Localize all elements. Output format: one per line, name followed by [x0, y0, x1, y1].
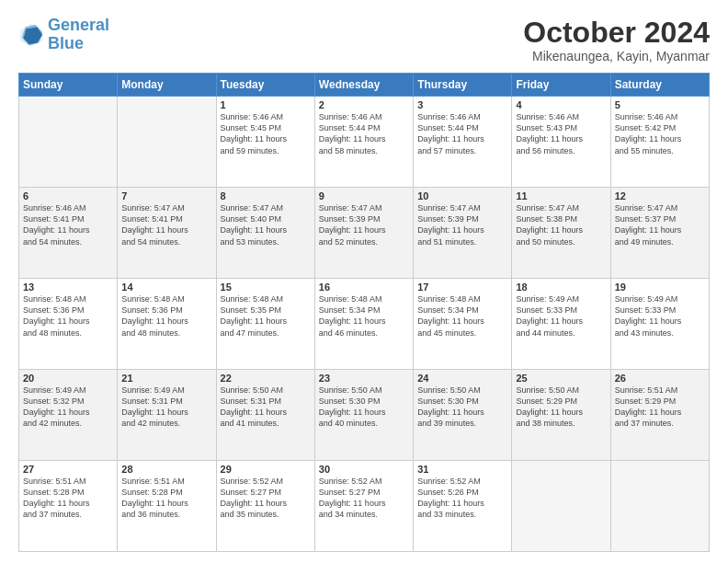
calendar-cell: 17Sunrise: 5:48 AM Sunset: 5:34 PM Dayli…: [414, 279, 512, 370]
cell-daylight-info: Sunrise: 5:50 AM Sunset: 5:29 PM Dayligh…: [516, 385, 606, 430]
cell-daylight-info: Sunrise: 5:50 AM Sunset: 5:30 PM Dayligh…: [319, 385, 409, 430]
calendar-cell: 6Sunrise: 5:46 AM Sunset: 5:41 PM Daylig…: [19, 188, 118, 279]
day-number: 4: [516, 99, 606, 110]
cell-daylight-info: Sunrise: 5:46 AM Sunset: 5:43 PM Dayligh…: [516, 111, 606, 156]
calendar-cell: [118, 97, 216, 188]
cell-daylight-info: Sunrise: 5:48 AM Sunset: 5:36 PM Dayligh…: [121, 293, 211, 339]
calendar-cell: 27Sunrise: 5:51 AM Sunset: 5:28 PM Dayli…: [19, 461, 118, 552]
day-number: 13: [23, 282, 113, 293]
day-number: 17: [417, 282, 507, 293]
cell-daylight-info: Sunrise: 5:46 AM Sunset: 5:41 PM Dayligh…: [23, 202, 113, 247]
page: General Blue October 2024 Mikenaungea, K…: [0, 0, 728, 563]
calendar-week-row: 27Sunrise: 5:51 AM Sunset: 5:28 PM Dayli…: [19, 461, 710, 552]
day-number: 18: [516, 282, 606, 293]
calendar-cell: 14Sunrise: 5:48 AM Sunset: 5:36 PM Dayli…: [118, 279, 216, 370]
cell-daylight-info: Sunrise: 5:52 AM Sunset: 5:27 PM Dayligh…: [319, 476, 409, 521]
weekday-header: Monday: [118, 74, 216, 97]
cell-daylight-info: Sunrise: 5:47 AM Sunset: 5:39 PM Dayligh…: [319, 202, 409, 247]
calendar-cell: 20Sunrise: 5:49 AM Sunset: 5:32 PM Dayli…: [19, 370, 118, 461]
calendar-cell: 22Sunrise: 5:50 AM Sunset: 5:31 PM Dayli…: [216, 370, 314, 461]
weekday-header: Wednesday: [314, 74, 413, 97]
weekday-header: Friday: [512, 74, 610, 97]
calendar-week-row: 1Sunrise: 5:46 AM Sunset: 5:45 PM Daylig…: [19, 97, 710, 188]
day-number: 6: [23, 190, 113, 201]
calendar-cell: 29Sunrise: 5:52 AM Sunset: 5:27 PM Dayli…: [216, 461, 314, 552]
day-number: 30: [319, 464, 409, 475]
day-number: 7: [121, 190, 211, 201]
cell-daylight-info: Sunrise: 5:49 AM Sunset: 5:31 PM Dayligh…: [121, 385, 211, 430]
day-number: 5: [615, 99, 705, 110]
day-number: 10: [417, 190, 507, 201]
cell-daylight-info: Sunrise: 5:50 AM Sunset: 5:31 PM Dayligh…: [221, 385, 311, 430]
cell-daylight-info: Sunrise: 5:47 AM Sunset: 5:40 PM Dayligh…: [221, 202, 311, 247]
calendar-week-row: 13Sunrise: 5:48 AM Sunset: 5:36 PM Dayli…: [19, 279, 710, 370]
cell-daylight-info: Sunrise: 5:50 AM Sunset: 5:30 PM Dayligh…: [417, 385, 507, 430]
cell-daylight-info: Sunrise: 5:48 AM Sunset: 5:35 PM Dayligh…: [221, 293, 311, 339]
day-number: 9: [319, 190, 409, 201]
cell-daylight-info: Sunrise: 5:47 AM Sunset: 5:38 PM Dayligh…: [516, 202, 606, 247]
cell-daylight-info: Sunrise: 5:46 AM Sunset: 5:44 PM Dayligh…: [319, 111, 409, 156]
day-number: 16: [319, 282, 409, 293]
cell-daylight-info: Sunrise: 5:48 AM Sunset: 5:34 PM Dayligh…: [319, 293, 409, 339]
calendar-cell: [512, 461, 610, 552]
day-number: 15: [221, 282, 311, 293]
day-number: 21: [121, 373, 211, 384]
logo-text: General Blue: [48, 17, 109, 53]
title-block: October 2024 Mikenaungea, Kayin, Myanmar: [523, 17, 710, 63]
calendar-cell: [19, 97, 118, 188]
weekday-header: Sunday: [19, 74, 118, 97]
logo-blue: Blue: [48, 34, 84, 52]
cell-daylight-info: Sunrise: 5:46 AM Sunset: 5:45 PM Dayligh…: [221, 111, 311, 156]
logo-general: General: [48, 16, 109, 34]
calendar-cell: 15Sunrise: 5:48 AM Sunset: 5:35 PM Dayli…: [216, 279, 314, 370]
calendar-header-row: SundayMondayTuesdayWednesdayThursdayFrid…: [19, 74, 710, 97]
calendar-cell: 3Sunrise: 5:46 AM Sunset: 5:44 PM Daylig…: [414, 97, 512, 188]
day-number: 23: [319, 373, 409, 384]
day-number: 3: [417, 99, 507, 110]
location-subtitle: Mikenaungea, Kayin, Myanmar: [523, 49, 710, 63]
cell-daylight-info: Sunrise: 5:47 AM Sunset: 5:37 PM Dayligh…: [615, 202, 705, 247]
cell-daylight-info: Sunrise: 5:52 AM Sunset: 5:27 PM Dayligh…: [221, 476, 311, 521]
calendar-cell: 25Sunrise: 5:50 AM Sunset: 5:29 PM Dayli…: [512, 370, 610, 461]
day-number: 25: [516, 373, 606, 384]
calendar-cell: 23Sunrise: 5:50 AM Sunset: 5:30 PM Dayli…: [314, 370, 413, 461]
cell-daylight-info: Sunrise: 5:52 AM Sunset: 5:26 PM Dayligh…: [417, 476, 507, 521]
calendar-cell: 18Sunrise: 5:49 AM Sunset: 5:33 PM Dayli…: [512, 279, 610, 370]
cell-daylight-info: Sunrise: 5:48 AM Sunset: 5:36 PM Dayligh…: [23, 293, 113, 339]
day-number: 2: [319, 99, 409, 110]
calendar-cell: 26Sunrise: 5:51 AM Sunset: 5:29 PM Dayli…: [610, 370, 709, 461]
day-number: 29: [221, 464, 311, 475]
calendar-week-row: 6Sunrise: 5:46 AM Sunset: 5:41 PM Daylig…: [19, 188, 710, 279]
day-number: 27: [23, 464, 113, 475]
calendar-cell: [610, 461, 709, 552]
calendar-cell: 31Sunrise: 5:52 AM Sunset: 5:26 PM Dayli…: [414, 461, 512, 552]
calendar-cell: 1Sunrise: 5:46 AM Sunset: 5:45 PM Daylig…: [216, 97, 314, 188]
calendar-cell: 30Sunrise: 5:52 AM Sunset: 5:27 PM Dayli…: [314, 461, 413, 552]
calendar-cell: 5Sunrise: 5:46 AM Sunset: 5:42 PM Daylig…: [610, 97, 709, 188]
day-number: 19: [615, 282, 705, 293]
calendar-cell: 11Sunrise: 5:47 AM Sunset: 5:38 PM Dayli…: [512, 188, 610, 279]
weekday-header: Thursday: [414, 74, 512, 97]
day-number: 20: [23, 373, 113, 384]
day-number: 31: [417, 464, 507, 475]
calendar-table: SundayMondayTuesdayWednesdayThursdayFrid…: [18, 73, 710, 552]
calendar-cell: 2Sunrise: 5:46 AM Sunset: 5:44 PM Daylig…: [314, 97, 413, 188]
calendar-cell: 9Sunrise: 5:47 AM Sunset: 5:39 PM Daylig…: [314, 188, 413, 279]
day-number: 14: [121, 282, 211, 293]
day-number: 24: [417, 373, 507, 384]
day-number: 28: [121, 464, 211, 475]
cell-daylight-info: Sunrise: 5:46 AM Sunset: 5:42 PM Dayligh…: [615, 111, 705, 156]
cell-daylight-info: Sunrise: 5:49 AM Sunset: 5:33 PM Dayligh…: [516, 293, 606, 339]
cell-daylight-info: Sunrise: 5:46 AM Sunset: 5:44 PM Dayligh…: [417, 111, 507, 156]
calendar-cell: 19Sunrise: 5:49 AM Sunset: 5:33 PM Dayli…: [610, 279, 709, 370]
day-number: 26: [615, 373, 705, 384]
logo: General Blue: [18, 17, 109, 53]
day-number: 22: [221, 373, 311, 384]
day-number: 12: [615, 190, 705, 201]
calendar-cell: 13Sunrise: 5:48 AM Sunset: 5:36 PM Dayli…: [19, 279, 118, 370]
calendar-cell: 10Sunrise: 5:47 AM Sunset: 5:39 PM Dayli…: [414, 188, 512, 279]
cell-daylight-info: Sunrise: 5:51 AM Sunset: 5:28 PM Dayligh…: [23, 476, 113, 521]
header: General Blue October 2024 Mikenaungea, K…: [18, 17, 710, 63]
day-number: 1: [221, 99, 311, 110]
cell-daylight-info: Sunrise: 5:51 AM Sunset: 5:28 PM Dayligh…: [121, 476, 211, 521]
